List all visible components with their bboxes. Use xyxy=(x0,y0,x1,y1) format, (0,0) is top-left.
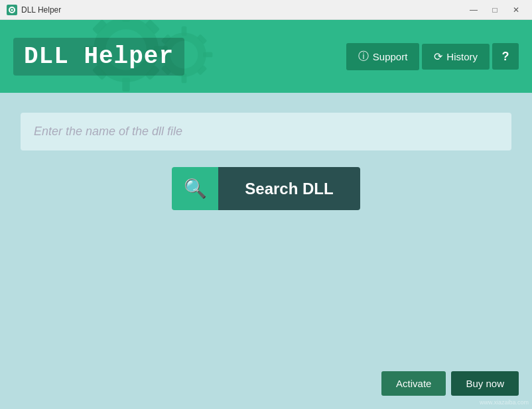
watermark: www.xiazaiba.com xyxy=(480,399,529,406)
search-button-group[interactable]: 🔍 Search DLL xyxy=(172,167,360,210)
title-bar-left: DLL Helper xyxy=(7,5,61,15)
search-icon: 🔍 xyxy=(184,178,207,200)
svg-rect-5 xyxy=(122,78,129,91)
support-button[interactable]: ⓘ Support xyxy=(346,43,420,70)
history-icon: ⟳ xyxy=(434,50,442,63)
help-button[interactable]: ? xyxy=(492,43,519,70)
dll-search-input[interactable] xyxy=(21,113,511,150)
svg-rect-14 xyxy=(182,27,187,36)
title-bar-controls: — □ ✕ xyxy=(464,3,525,17)
title-bar: DLL Helper — □ ✕ xyxy=(0,0,532,20)
search-dll-button[interactable]: Search DLL xyxy=(218,167,360,210)
app-icon xyxy=(7,5,17,15)
app-title: DLL Helper xyxy=(13,38,184,76)
close-button[interactable]: ✕ xyxy=(507,3,525,17)
search-icon-part[interactable]: 🔍 xyxy=(172,167,218,210)
buy-now-button[interactable]: Buy now xyxy=(451,371,519,396)
maximize-button[interactable]: □ xyxy=(486,3,504,17)
support-label: Support xyxy=(373,51,408,62)
header-nav: ⓘ Support ⟳ History ? xyxy=(346,43,519,70)
minimize-button[interactable]: — xyxy=(464,3,483,17)
header: DLL Helper ⓘ Support ⟳ History ? xyxy=(0,20,532,93)
activate-button[interactable]: Activate xyxy=(381,371,446,396)
svg-rect-17 xyxy=(203,52,212,58)
bottom-bar: Activate Buy now xyxy=(381,371,519,396)
question-icon: ? xyxy=(502,50,509,64)
main-content: 🔍 Search DLL Activate Buy now www.xiazai… xyxy=(0,93,532,409)
title-bar-title: DLL Helper xyxy=(21,5,61,15)
svg-rect-4 xyxy=(122,20,129,22)
history-button[interactable]: ⟳ History xyxy=(422,44,490,70)
svg-point-1 xyxy=(11,9,13,11)
search-input-wrapper xyxy=(21,113,511,150)
info-icon: ⓘ xyxy=(358,50,369,64)
history-label: History xyxy=(446,51,478,62)
